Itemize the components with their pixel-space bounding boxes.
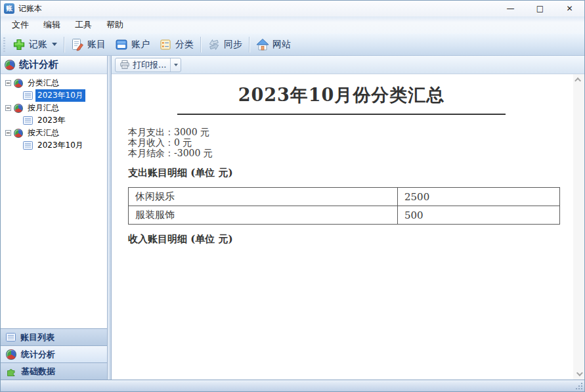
report-list-icon <box>23 91 33 100</box>
plus-icon <box>12 38 26 51</box>
window-controls: — □ ✕ <box>496 1 584 16</box>
titlebar: 账 记账本 — □ ✕ <box>1 1 584 16</box>
record-button[interactable]: 记账 <box>8 35 62 54</box>
sync-button[interactable]: 同步 <box>203 35 247 54</box>
sidebar-item-label: 基础数据 <box>21 366 55 378</box>
pie-chart-icon <box>14 104 23 113</box>
pie-chart-icon <box>14 129 23 138</box>
menu-help[interactable]: 帮助 <box>99 17 131 33</box>
sidebar-item-statistics[interactable]: 统计分析 <box>1 345 107 362</box>
chevron-down-icon <box>576 370 583 376</box>
entries-button-label: 账目 <box>87 39 106 51</box>
expense-amount-cell: 2500 <box>398 188 560 206</box>
sidebar-item-base-data[interactable]: 基础数据 <box>1 362 107 380</box>
main-area: 统计分析 分类汇总 2023年10月 按月汇总 <box>1 56 584 380</box>
tree-node-label: 2023年10月 <box>35 89 85 102</box>
app-window: 账 记账本 — □ ✕ 文件 编辑 工具 帮助 记账 账目 <box>0 0 585 392</box>
tree-node-label: 按月汇总 <box>26 102 61 114</box>
report-title: 2023年10月份分类汇总 <box>128 83 555 107</box>
puzzle-icon <box>6 366 16 377</box>
menu-tools[interactable]: 工具 <box>68 17 99 33</box>
category-button-label: 分类 <box>175 39 194 51</box>
toolbar-grip[interactable] <box>3 37 5 52</box>
website-button-label: 网站 <box>272 39 291 51</box>
tree-node-monthly-summary[interactable]: 按月汇总 <box>1 102 107 114</box>
table-row: 休闲娱乐 2500 <box>129 188 560 206</box>
report-toolbar: 打印报... <box>112 56 584 74</box>
sidebar-header: 统计分析 <box>1 56 107 74</box>
scroll-down-button[interactable] <box>574 370 583 378</box>
pie-chart-icon <box>6 349 16 360</box>
collapse-icon[interactable] <box>5 80 11 86</box>
vertical-scrollbar[interactable] <box>573 74 584 380</box>
tree-node-label: 2023年 <box>35 114 68 127</box>
sidebar-item-account-list[interactable]: 账目列表 <box>1 328 107 345</box>
tree-node-2023[interactable]: 2023年 <box>1 114 107 127</box>
print-report-label: 打印报... <box>133 59 166 71</box>
tree-node-daily-summary[interactable]: 按天汇总 <box>1 127 107 139</box>
app-icon: 账 <box>4 3 14 14</box>
record-button-label: 记账 <box>29 39 47 51</box>
tree-node-label: 按天汇总 <box>26 127 61 139</box>
summary-income: 本月收入：0 元 <box>128 137 555 148</box>
tree-node-2023-10[interactable]: 2023年10月 <box>1 89 107 102</box>
summary-expense: 本月支出：3000 元 <box>128 127 555 137</box>
printer-icon <box>119 60 130 70</box>
expense-detail-heading: 支出账目明细 (单位 元) <box>128 167 555 179</box>
entries-button[interactable]: 账目 <box>66 35 110 54</box>
summary-value: 0 元 <box>174 137 192 148</box>
account-button[interactable]: 账户 <box>110 35 154 54</box>
list-icon <box>6 333 16 341</box>
status-bar <box>1 380 584 391</box>
expense-detail-table: 休闲娱乐 2500 服装服饰 500 <box>128 187 560 225</box>
tree-node-category-summary[interactable]: 分类汇总 <box>1 77 107 89</box>
summary-balance: 本月结余：-3000 元 <box>128 148 555 158</box>
main-toolbar: 记账 账目 账户 分类 同步 <box>1 33 584 56</box>
summary-label: 本月支出： <box>128 127 174 137</box>
website-button[interactable]: 网站 <box>251 35 295 54</box>
close-button[interactable]: ✕ <box>555 1 584 16</box>
summary-value: -3000 元 <box>174 148 213 158</box>
window-title: 记账本 <box>18 3 42 14</box>
sidebar-header-label: 统计分析 <box>19 58 58 71</box>
collapse-icon[interactable] <box>5 130 11 136</box>
resize-grip[interactable] <box>575 382 583 390</box>
sidebar: 统计分析 分类汇总 2023年10月 按月汇总 <box>1 56 108 380</box>
sync-button-label: 同步 <box>224 39 242 51</box>
scroll-up-button[interactable] <box>574 76 583 84</box>
sync-icon <box>207 38 221 51</box>
category-list-icon <box>159 38 172 51</box>
expense-category-cell: 服装服饰 <box>129 206 398 225</box>
minimize-button[interactable]: — <box>496 1 525 16</box>
tree-node-2023-10-daily[interactable]: 2023年10月 <box>1 139 107 152</box>
summary-value: 3000 元 <box>174 127 209 137</box>
record-dropdown-arrow-icon[interactable] <box>52 43 57 46</box>
expense-category-cell: 休闲娱乐 <box>129 188 398 206</box>
chevron-down-icon <box>174 64 178 66</box>
print-report-button[interactable]: 打印报... <box>116 58 170 72</box>
report-viewport: 2023年10月份分类汇总 本月支出：3000 元 本月收入：0 元 本月结余：… <box>112 74 584 380</box>
collapse-icon[interactable] <box>5 105 11 111</box>
document-pencil-icon <box>71 38 84 51</box>
print-dropdown-button[interactable] <box>170 58 181 72</box>
report-list-icon <box>23 116 33 125</box>
statistics-tree: 分类汇总 2023年10月 按月汇总 2023 <box>1 74 107 328</box>
menu-edit[interactable]: 编辑 <box>36 17 68 33</box>
pie-chart-icon <box>14 79 23 88</box>
maximize-button[interactable]: □ <box>525 1 555 16</box>
account-button-label: 账户 <box>131 39 150 51</box>
menu-file[interactable]: 文件 <box>5 17 36 33</box>
menu-bar: 文件 编辑 工具 帮助 <box>1 16 584 33</box>
report-list-icon <box>23 141 33 150</box>
table-row: 服装服饰 500 <box>129 206 560 225</box>
title-underline <box>177 114 506 115</box>
toolbar-separator <box>64 37 64 53</box>
summary-label: 本月收入： <box>128 137 174 148</box>
toolbar-separator <box>200 37 201 53</box>
category-button[interactable]: 分类 <box>154 35 198 54</box>
tree-node-label: 2023年10月 <box>35 139 85 152</box>
toolbar-separator <box>249 37 249 53</box>
pie-chart-icon <box>5 60 15 70</box>
account-window-icon <box>115 38 128 51</box>
summary-label: 本月结余： <box>128 148 174 158</box>
